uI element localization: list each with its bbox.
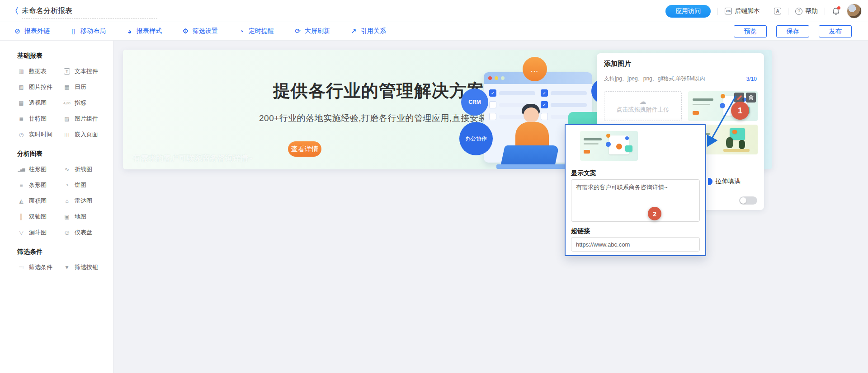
back-button[interactable]: 〈: [11, 0, 19, 22]
divider: [788, 8, 788, 15]
step-badge-1: 1: [731, 102, 749, 120]
data-table-icon: ▥: [17, 68, 25, 75]
sidebar-item-dual-axis-chart[interactable]: ╫双轴图: [17, 213, 63, 221]
section-basic-reports: 基础报表 ▥数据表 T文本控件 ▨图片控件 ▦日历 ▤透视图 4,80指标 ≣甘…: [0, 52, 113, 139]
divider: [767, 8, 767, 15]
sidebar-item-pie-chart[interactable]: ◔饼图: [63, 181, 108, 189]
trash-icon: [748, 95, 754, 101]
user-avatar[interactable]: [847, 4, 862, 19]
sidebar-item-area-chart[interactable]: ◭面积图: [17, 197, 63, 205]
step-badge-2: 2: [648, 207, 661, 220]
calendar-icon: ▦: [63, 84, 71, 90]
image-widget-icon: ▨: [17, 84, 25, 90]
section-title: 筛选条件: [17, 248, 113, 256]
link-icon: ⊘: [14, 27, 21, 35]
sidebar-item-image-component[interactable]: ▨图片组件: [63, 115, 108, 123]
sidebar-item-gantt-chart[interactable]: ≣甘特图: [17, 115, 63, 123]
question-icon: ?: [795, 8, 802, 15]
realtime-icon: ◷: [17, 131, 25, 138]
report-canvas: 提供各行业的管理解决方案 200+行业的落地实施经验,打磨各行业的管理应用,直接…: [113, 41, 868, 373]
hyperlink-input[interactable]: [571, 237, 700, 252]
hyperlink-field-label: 超链接: [571, 227, 590, 235]
top-bar: 〈 未命名分析报表 应用访问 </> 后端脚本 A ? 帮助: [0, 0, 868, 22]
toolbar-item-screen-refresh[interactable]: ⟳大屏刷新: [294, 27, 330, 35]
backend-script-button[interactable]: </> 后端脚本: [725, 7, 760, 15]
code-icon: </>: [725, 8, 732, 14]
pencil-icon: [736, 95, 742, 101]
embed-icon: ◫: [63, 131, 71, 138]
pie-chart-icon: ◔: [63, 182, 71, 188]
app-access-button[interactable]: 应用访问: [665, 5, 711, 18]
caption-field-label: 显示文案: [571, 169, 596, 177]
sidebar-item-indicator[interactable]: 4,80指标: [63, 99, 108, 107]
format-hint: 支持jpg、jpeg、png、gif格式,单张5M以内: [604, 75, 705, 83]
stretch-fill-toggle[interactable]: [739, 196, 757, 205]
image-detail-popup: 显示文案 有需求的客户可联系商务咨询详情~ 超链接: [565, 124, 706, 256]
bubble-dots: …: [523, 57, 547, 81]
section-analysis-charts: 分析图表 ▁▄▆柱形图 ∿折线图 ≡条形图 ◔饼图 ◭面积图 ⌂雷达图 ╫双轴图…: [0, 150, 113, 237]
column-chart-icon: ▁▄▆: [17, 168, 25, 172]
toolbar-item-reference-relation[interactable]: ↗引用关系: [350, 27, 386, 35]
text-widget-icon: T: [64, 68, 70, 75]
sidebar-item-embed-page[interactable]: ◫嵌入页面: [63, 131, 108, 139]
pivot-icon: ▤: [17, 100, 25, 106]
bar-chart-icon: ≡: [17, 182, 25, 188]
sidebar-item-funnel-chart[interactable]: ▽漏斗图: [17, 228, 63, 237]
upload-dropzone[interactable]: ☁ 点击或拖拽附件上传: [604, 91, 682, 121]
help-button[interactable]: ? 帮助: [795, 7, 818, 15]
sidebar-item-realtime-time[interactable]: ◷实时时间: [17, 131, 63, 139]
radar-chart-icon: ⌂: [63, 198, 71, 204]
sidebar-item-pivot-table[interactable]: ▤透视图: [17, 99, 63, 107]
refresh-icon: ⟳: [294, 27, 302, 35]
sidebar-item-map-chart[interactable]: ▣地图: [63, 213, 108, 221]
section-title: 分析图表: [17, 150, 113, 158]
sidebar-item-bar-chart[interactable]: ≡条形图: [17, 181, 63, 189]
sidebar-item-line-chart[interactable]: ∿折线图: [63, 165, 108, 173]
contacts-button[interactable]: A: [774, 8, 781, 14]
toolbar-item-scheduled-reminder[interactable]: ◔定时提醒: [238, 27, 274, 35]
sidebar-item-filter-condition[interactable]: ≕筛选条件: [17, 263, 63, 271]
preview-button[interactable]: 预览: [734, 25, 767, 37]
map-chart-icon: ▣: [63, 214, 71, 220]
banner-title: 提供各行业的管理解决方案: [273, 79, 485, 103]
toolbar-item-mobile-layout[interactable]: ▯移动布局: [70, 27, 106, 35]
notification-dot: [837, 6, 840, 9]
relation-icon: ↗: [350, 27, 358, 35]
upload-text: 点击或拖拽附件上传: [617, 106, 670, 114]
area-chart-icon: ◭: [17, 198, 25, 204]
stretch-fill-label: 拉伸填满: [715, 177, 741, 186]
alarm-icon: ◔: [238, 28, 245, 35]
sidebar-item-calendar[interactable]: ▦日历: [63, 83, 108, 91]
toolbar-item-report-style[interactable]: ◕报表样式: [126, 27, 162, 35]
illustration-laptop: [500, 145, 559, 166]
caption-textarea[interactable]: 有需求的客户可联系商务咨询详情~: [571, 179, 700, 222]
section-title: 基础报表: [17, 52, 113, 60]
widget-sidebar: 基础报表 ▥数据表 T文本控件 ▨图片控件 ▦日历 ▤透视图 4,80指标 ≣甘…: [0, 41, 113, 373]
sidebar-item-image-widget[interactable]: ▨图片控件: [17, 83, 63, 91]
sidebar-item-gauge-chart[interactable]: ◶仪表盘: [63, 228, 108, 237]
toolbar-item-report-external-link[interactable]: ⊘报表外链: [14, 27, 50, 35]
sidebar-item-column-chart[interactable]: ▁▄▆柱形图: [17, 165, 63, 173]
dual-axis-icon: ╫: [17, 214, 25, 220]
gauge-chart-icon: ◶: [63, 229, 71, 236]
notification-bell-button[interactable]: [832, 7, 840, 15]
sidebar-item-filter-button[interactable]: ▼筛选按钮: [63, 263, 108, 271]
save-button[interactable]: 保存: [776, 25, 809, 37]
filter-btn-icon: ▼: [63, 264, 71, 270]
image-comp-icon: ▨: [63, 116, 71, 122]
toolbar-item-filter-settings[interactable]: ⚙筛选设置: [182, 27, 218, 35]
funnel-chart-icon: ▽: [17, 229, 25, 236]
sidebar-item-data-table[interactable]: ▥数据表: [17, 67, 63, 75]
banner-cta-button[interactable]: 查看详情: [288, 141, 321, 157]
thumbnail-hover-tools: [734, 93, 756, 103]
edit-image-button[interactable]: [734, 93, 744, 103]
report-toolbar: ⊘报表外链 ▯移动布局 ◕报表样式 ⚙筛选设置 ◔定时提醒 ⟳大屏刷新 ↗引用关…: [0, 22, 868, 41]
sidebar-item-radar-chart[interactable]: ⌂雷达图: [63, 197, 108, 205]
bubble-office: 办公协作: [459, 122, 493, 155]
delete-image-button[interactable]: [746, 93, 756, 103]
panel-title: 添加图片: [604, 60, 631, 68]
publish-button[interactable]: 发布: [819, 25, 852, 37]
report-title[interactable]: 未命名分析报表: [22, 4, 157, 19]
sidebar-item-text-widget[interactable]: T文本控件: [63, 67, 108, 75]
banner-subtitle: 200+行业的落地实施经验,打磨各行业的管理应用,直接安装使用: [259, 112, 505, 124]
